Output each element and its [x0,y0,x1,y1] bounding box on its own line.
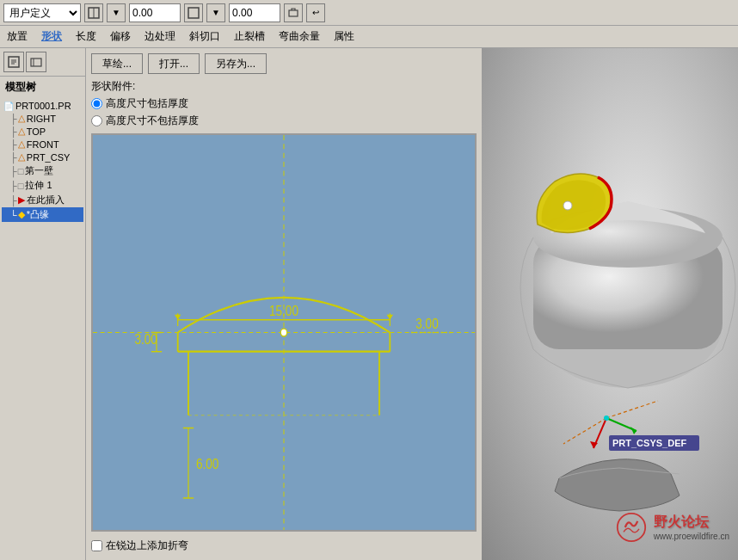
file-icon: 📄 [3,102,14,111]
tab-shape[interactable]: 形状 [41,29,62,44]
watermark-text: 野火论坛 [654,514,729,532]
radio-include-label: 高度尺寸包括厚度 [106,96,188,111]
3d-viewport-svg: PRT_CSYS_DEF [482,48,738,560]
svg-rect-2 [188,8,199,18]
open-button[interactable]: 打开... [148,53,200,74]
wall-icon: □ [18,166,24,176]
connector-top: ├ [10,126,17,137]
connector-right: ├ [10,114,17,124]
checkbox-row: 在锐边上添加折弯 [91,537,477,555]
sketch-button[interactable]: 草绘... [91,53,143,74]
drawing-svg: 15.00 3.00 3.00 6.00 [93,135,475,530]
input-field-1[interactable] [129,3,181,22]
toolbar-icon-btn-5[interactable] [284,3,303,22]
watermark-logo-icon [616,512,647,543]
svg-line-40 [606,401,658,418]
extrude-icon: □ [18,181,24,191]
tree-item-prt[interactable]: 📄 PRT0001.PR [2,100,83,112]
svg-text:15.00: 15.00 [269,303,298,318]
svg-point-33 [280,329,286,336]
connector-flange: └ [10,210,17,220]
center-panel: 草绘... 打开... 另存为... 形状附件: 高度尺寸包括厚度 高度尺寸不包… [86,48,482,560]
svg-point-39 [563,201,572,210]
left-sidebar: 模型树 📄 PRT0001.PR ├ △ RIGHT ├ △ TOP ├ △ F… [0,48,86,560]
shape-section: 形状附件: 高度尺寸包括厚度 高度尺寸不包括厚度 [91,79,477,128]
radio-exclude-thickness[interactable]: 高度尺寸不包括厚度 [91,114,477,128]
shape-label: 形状附件: [91,79,477,94]
tree-item-wall1[interactable]: ├ □ 第一壁 [2,163,83,178]
plane-icon-top: △ [18,126,25,137]
toolbar-icon-btn-2[interactable]: ▼ [107,3,126,22]
radio-include-thickness[interactable]: 高度尺寸包括厚度 [91,96,477,111]
profile-dropdown[interactable]: 用户定义 [3,3,81,22]
connector-front: ├ [10,139,17,150]
svg-rect-8 [31,58,41,66]
tree-item-prt-csy[interactable]: ├ △ PRT_CSY [2,151,83,163]
tab-placement[interactable]: 放置 [7,29,28,44]
tree-item-top[interactable]: ├ △ TOP [2,125,83,138]
connector-extrude: ├ [10,181,17,191]
tree-item-front[interactable]: ├ △ FRONT [2,138,83,151]
second-toolbar: 放置 形状 长度 偏移 边处理 斜切口 止裂槽 弯曲余量 属性 [0,26,738,48]
connector-csy: ├ [10,152,17,163]
svg-text:3.00: 3.00 [134,331,157,347]
action-buttons: 草绘... 打开... 另存为... [91,53,477,74]
csy-icon: △ [18,151,25,163]
tab-offset[interactable]: 偏移 [110,29,131,44]
svg-point-46 [604,415,609,421]
toolbar-icon-btn-3[interactable] [184,3,203,22]
svg-marker-43 [630,427,637,434]
tree-item-insert[interactable]: ├ ▶ 在此插入 [2,193,83,207]
add-bend-checkbox[interactable] [91,540,102,551]
connector-insert: ├ [10,195,17,206]
tab-edge[interactable]: 边处理 [145,29,175,44]
toolbar-icon-btn-6[interactable]: ↩ [306,3,325,22]
tree-item-right[interactable]: ├ △ RIGHT [2,112,83,125]
sidebar-icons [0,48,85,77]
main-area: 模型树 📄 PRT0001.PR ├ △ RIGHT ├ △ TOP ├ △ F… [0,48,738,560]
tree-area: 📄 PRT0001.PR ├ △ RIGHT ├ △ TOP ├ △ FRONT… [0,98,85,560]
insert-icon: ▶ [18,194,25,206]
top-toolbar: 用户定义 ▼ ▼ ↩ [0,0,738,26]
watermark-info: 野火论坛 www.proewildfire.cn [654,514,729,541]
tree-item-extrude1[interactable]: ├ □ 拉伸 1 [2,178,83,193]
toolbar-icon-btn-4[interactable]: ▼ [206,3,225,22]
svg-point-49 [617,514,644,541]
tab-properties[interactable]: 属性 [334,29,354,44]
watermark: 野火论坛 www.proewildfire.cn [616,512,729,543]
sidebar-icon-btn-1[interactable] [3,52,24,72]
tree-item-flange[interactable]: └ ◆ *凸缘 [2,207,83,222]
plane-icon-right: △ [18,113,25,124]
flange-icon: ◆ [18,209,25,220]
right-viewport: PRT_CSYS_DEF 野火论坛 www.proewildfire.cn [482,48,738,560]
add-bend-label: 在锐边上添加折弯 [106,538,188,553]
toolbar-icon-btn-1[interactable] [84,3,103,22]
tab-bend[interactable]: 弯曲余量 [279,29,320,44]
plane-icon-front: △ [18,138,25,150]
tab-bevel[interactable]: 斜切口 [189,29,220,44]
drawing-area: 15.00 3.00 3.00 6.00 [91,133,477,532]
connector-wall1: ├ [10,166,17,176]
svg-text:6.00: 6.00 [196,456,218,471]
svg-rect-3 [289,10,298,16]
svg-text:PRT_CSYS_DEF: PRT_CSYS_DEF [612,438,686,448]
radio-exclude-label: 高度尺寸不包括厚度 [106,114,199,128]
watermark-url: www.proewildfire.cn [654,532,729,541]
tab-relief[interactable]: 止裂槽 [234,29,265,44]
sidebar-title: 模型树 [0,77,85,98]
input-field-2[interactable] [229,3,280,22]
sidebar-icon-btn-2[interactable] [26,52,46,72]
tab-length[interactable]: 长度 [76,29,96,44]
svg-text:3.00: 3.00 [415,316,438,331]
save-as-button[interactable]: 另存为... [205,53,267,74]
